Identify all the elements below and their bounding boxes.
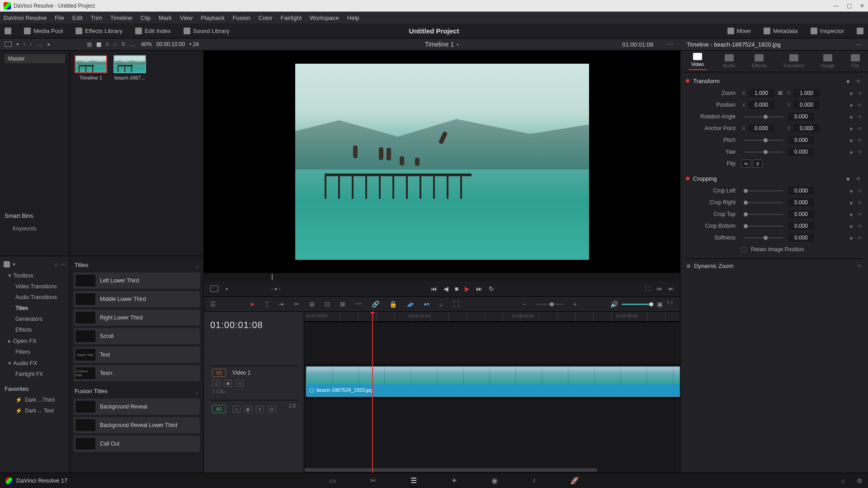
menu-davinci[interactable]: DaVinci Resolve bbox=[4, 14, 47, 21]
search-icon[interactable]: ⌕ bbox=[113, 41, 117, 47]
lock-icon[interactable]: ◻ bbox=[232, 406, 241, 413]
volume-icon[interactable]: 🔊 bbox=[610, 300, 618, 308]
more-icon[interactable]: … bbox=[36, 41, 42, 47]
dynamic-zoom-header[interactable]: Dynamic Zoom⟲ bbox=[686, 258, 863, 273]
transform-header[interactable]: Transform◆⟲ bbox=[686, 75, 863, 87]
menu-playback[interactable]: Playback bbox=[201, 14, 225, 21]
play-button[interactable]: ▶ bbox=[465, 285, 470, 292]
playhead[interactable] bbox=[372, 312, 373, 473]
tree-effects[interactable]: Effects bbox=[0, 324, 70, 335]
link-icon[interactable]: ⌘ bbox=[776, 90, 784, 96]
track-header-v1[interactable]: V1 Video 1 ◻▣▭ 1 Clip bbox=[210, 366, 297, 400]
menu-timeline[interactable]: Timeline bbox=[110, 14, 132, 21]
menu-view[interactable]: View bbox=[180, 14, 193, 21]
pool-more-icon[interactable]: … bbox=[130, 41, 137, 47]
timeline-ruler[interactable]: 01:00:00:00 01:00:01:00 01:00:02:00 01:0… bbox=[304, 312, 680, 322]
fav-dark-third[interactable]: ⚡Dark ...Third bbox=[0, 394, 70, 405]
title-text[interactable]: Basic TitleText bbox=[74, 347, 200, 363]
lock-icon[interactable]: ◻ bbox=[212, 380, 220, 387]
viewer-zoom[interactable]: 40% bbox=[141, 41, 152, 47]
tab-image[interactable]: Image bbox=[821, 54, 835, 68]
fusion-titles-header[interactable]: Fusion Titles⌃ bbox=[74, 386, 200, 396]
prev-frame-button[interactable]: ◀ bbox=[443, 285, 448, 292]
blade-tool[interactable]: ✂ bbox=[294, 300, 299, 308]
link-tool[interactable]: 🔗 bbox=[372, 300, 379, 308]
mute-icon[interactable]: M bbox=[268, 406, 276, 413]
flag-tool[interactable]: ◢▾ bbox=[407, 301, 414, 307]
tree-openfx[interactable]: ▸Open FX bbox=[0, 335, 70, 347]
step-back-icon[interactable]: ⏮ bbox=[656, 286, 662, 292]
nav-fwd-icon[interactable]: › bbox=[30, 41, 32, 47]
tab-video[interactable]: Video bbox=[689, 53, 707, 70]
zoom-out-icon[interactable]: − bbox=[523, 300, 526, 308]
menu-trim[interactable]: Trim bbox=[91, 14, 103, 21]
clip-timeline-1[interactable]: Timeline 1 bbox=[75, 55, 107, 80]
page-media[interactable]: ▭ bbox=[326, 474, 339, 487]
cropping-header[interactable]: Cropping◆⟲ bbox=[686, 173, 863, 184]
grid-view-icon[interactable]: ▦ bbox=[96, 41, 101, 47]
edit-index-toggle[interactable]: Edit Index bbox=[135, 28, 171, 34]
inspector-toggle[interactable]: Inspector bbox=[811, 28, 844, 34]
overwrite-tool[interactable]: ⊡ bbox=[325, 300, 330, 308]
disable-icon[interactable]: ▭ bbox=[236, 380, 244, 387]
menu-clip[interactable]: Clip bbox=[141, 14, 151, 21]
zoom-fit[interactable]: ⛶ bbox=[453, 300, 459, 308]
solo-icon[interactable]: S bbox=[256, 406, 264, 413]
page-cut[interactable]: ✂ bbox=[368, 474, 379, 487]
clip-beach[interactable]: beach-1867... bbox=[113, 55, 146, 80]
flip-v-button[interactable]: ⇵ bbox=[753, 160, 763, 168]
trim-tool[interactable]: ⌶ bbox=[265, 300, 269, 308]
tree-toolbox[interactable]: ▾Toolbox bbox=[0, 270, 70, 281]
flip-h-button[interactable]: ⇋ bbox=[741, 160, 751, 168]
prop-retain[interactable]: Retain Image Position bbox=[686, 244, 863, 255]
retain-checkbox[interactable] bbox=[741, 247, 746, 252]
timeline-body[interactable]: 01:00:00:00 01:00:01:00 01:00:02:00 01:0… bbox=[304, 312, 680, 473]
bin-view-icon[interactable] bbox=[5, 42, 12, 47]
effects-library-toggle[interactable]: Effects Library bbox=[75, 28, 123, 34]
title-middle-lower-third[interactable]: Middle Lower Third bbox=[74, 291, 200, 307]
overlay-icon[interactable] bbox=[210, 286, 218, 292]
track-header-a1[interactable]: A1 ◻▣SM 2.0 bbox=[210, 400, 297, 418]
title-left-lower-third[interactable]: Left Lower Third bbox=[74, 272, 200, 289]
meters-icon[interactable]: ╵╵ bbox=[666, 300, 674, 308]
marker-tool[interactable]: ●▾ bbox=[424, 301, 429, 307]
tree-audio-transitions[interactable]: Audio Transitions bbox=[0, 292, 70, 303]
loop-button[interactable]: ↻ bbox=[489, 285, 494, 292]
menu-workspace[interactable]: Workspace bbox=[310, 14, 339, 21]
step-fwd-icon[interactable]: ⏭ bbox=[668, 286, 674, 292]
bin-master[interactable]: Master bbox=[5, 54, 65, 63]
tab-file[interactable]: File bbox=[851, 54, 860, 68]
page-color[interactable]: ◉ bbox=[489, 474, 500, 487]
selection-tool[interactable]: ➤ bbox=[250, 300, 255, 308]
replace-tool[interactable]: ⊠ bbox=[340, 300, 345, 308]
media-pool-toggle[interactable]: Media Pool bbox=[24, 28, 63, 34]
razor-tool[interactable]: 〰 bbox=[355, 300, 362, 308]
menu-file[interactable]: File bbox=[55, 14, 64, 21]
menu-edit[interactable]: Edit bbox=[72, 14, 82, 21]
title-text-plus[interactable]: Custom TitleText+ bbox=[74, 365, 200, 381]
menu-fairlight[interactable]: Fairlight bbox=[281, 14, 302, 21]
clip-beach-timeline[interactable]: ▢beach-1867524_1920.jpg bbox=[306, 366, 680, 397]
record-arm-icon[interactable]: ▣ bbox=[244, 406, 252, 413]
in-out-nav[interactable]: ‹ ● › bbox=[271, 286, 280, 291]
page-deliver[interactable]: 🚀 bbox=[567, 474, 582, 487]
metadata-toggle[interactable]: Metadata bbox=[764, 28, 797, 34]
viewer-timecode[interactable]: 01:00:01:08 bbox=[622, 41, 653, 48]
fullscreen-toggle[interactable] bbox=[5, 28, 11, 34]
last-frame-button[interactable]: ⏭ bbox=[476, 285, 482, 292]
first-frame-button[interactable]: ⏮ bbox=[431, 285, 437, 292]
search-icon[interactable]: ⌕ bbox=[55, 261, 58, 267]
auto-select-icon[interactable]: ▣ bbox=[224, 380, 232, 387]
more-icon[interactable]: ⋯ bbox=[61, 261, 66, 267]
timeline-timecode[interactable]: 01:00:01:08 bbox=[210, 320, 297, 330]
insert-tool[interactable]: ⊞ bbox=[309, 300, 315, 308]
zoom-slider[interactable] bbox=[536, 304, 563, 305]
expand-button[interactable] bbox=[857, 28, 863, 34]
chevron-down-icon[interactable]: ▾ bbox=[457, 42, 459, 47]
timeline-hscroll[interactable] bbox=[304, 468, 597, 472]
viewer-more-icon[interactable]: ⋯ bbox=[667, 41, 673, 48]
reset-icon[interactable]: ⟲ bbox=[856, 79, 860, 84]
tree-generators[interactable]: Generators bbox=[0, 314, 70, 324]
maximize-button[interactable]: ▢ bbox=[847, 3, 852, 9]
inspector-more-icon[interactable]: ⋯ bbox=[856, 41, 862, 48]
